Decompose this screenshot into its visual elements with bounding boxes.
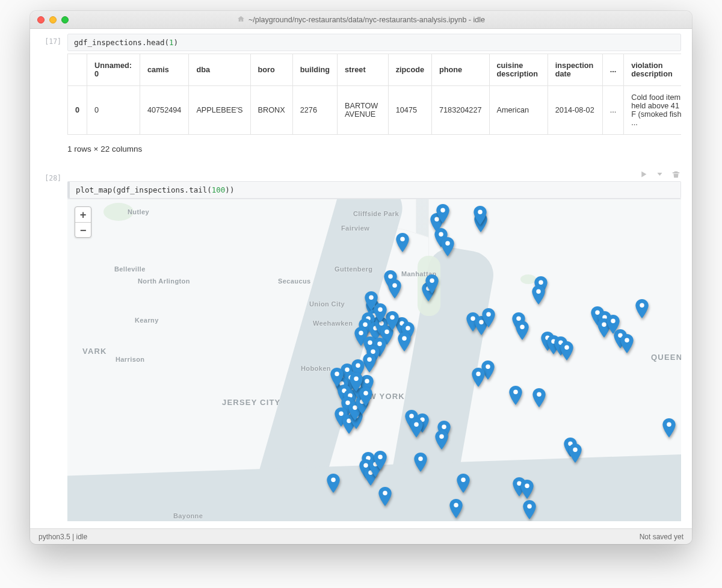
cell-prompt: [28]: [34, 170, 67, 521]
table-cell: 2014-08-02: [548, 86, 602, 135]
table-cell: 40752494: [140, 86, 188, 135]
maximize-window-button[interactable]: [61, 16, 69, 23]
table-header: phone: [431, 54, 489, 86]
code-input[interactable]: plot_map(gdf_inspections.tail(100)): [67, 181, 681, 199]
map-marker-icon[interactable]: [441, 237, 454, 256]
window-title: ~/playground/nyc-restaurants/data/nyc-re…: [248, 16, 485, 24]
table-header: building: [292, 54, 337, 86]
app-window: ~/playground/nyc-restaurants/data/nyc-re…: [30, 11, 692, 544]
map-marker-icon[interactable]: [398, 332, 411, 351]
map-marker-icon[interactable]: [532, 388, 546, 407]
map-marker-icon[interactable]: [482, 308, 495, 327]
code-text: )): [225, 185, 234, 194]
map-zoom-controls: + −: [75, 206, 91, 238]
table-cell: 7183204227: [431, 86, 489, 135]
map-marker-icon[interactable]: [532, 285, 545, 305]
map-marker-icon[interactable]: [327, 474, 340, 493]
trash-icon[interactable]: [672, 170, 680, 180]
map-marker-icon[interactable]: [520, 480, 534, 499]
minimize-window-button[interactable]: [49, 16, 57, 23]
titlebar: ~/playground/nyc-restaurants/data/nyc-re…: [30, 11, 692, 29]
dataframe-footer: 1 rows × 22 columns: [67, 144, 681, 153]
code-text: plot_map(gdf_inspections.tail(: [76, 185, 212, 194]
home-icon: [237, 15, 245, 25]
table-cell: American: [489, 86, 548, 135]
table-header: zipcode: [388, 54, 431, 86]
map-marker-icon[interactable]: [359, 387, 372, 406]
map-marker-icon[interactable]: [474, 206, 487, 225]
table-header: boro: [250, 54, 292, 86]
map-marker-icon[interactable]: [560, 341, 573, 361]
run-cell-icon[interactable]: [640, 170, 647, 180]
table-header: Unnamed: 0: [87, 54, 140, 86]
notebook-content: [17] gdf_inspections.head(1) Unnamed: 0c…: [30, 29, 692, 528]
cell-toolbar: [67, 170, 681, 180]
map-marker-icon[interactable]: [523, 500, 536, 519]
notebook-cell: [28] plot_map(gdf_inspections.tail(100)): [34, 170, 681, 521]
map-marker-icon[interactable]: [435, 430, 448, 450]
map-zoom-out-button[interactable]: −: [75, 222, 91, 237]
map-marker-icon[interactable]: [410, 418, 423, 438]
map-marker-icon[interactable]: [330, 368, 344, 387]
map-marker-icon[interactable]: [363, 353, 376, 373]
code-number: 100: [212, 185, 226, 194]
map-marker-icon[interactable]: [425, 274, 439, 294]
table-cell: BARTOW AVENUE: [338, 86, 389, 135]
close-window-button[interactable]: [37, 16, 45, 23]
code-input[interactable]: gdf_inspections.head(1): [67, 34, 681, 51]
table-cell: ...: [602, 86, 624, 135]
code-text: gdf_inspections.head(: [74, 38, 169, 47]
chevron-down-icon[interactable]: [656, 170, 664, 180]
map-marker-icon[interactable]: [374, 451, 387, 470]
dataframe-table: Unnamed: 0camisdbaborobuildingstreetzipc…: [67, 54, 681, 135]
table-header: inspection date: [548, 54, 602, 86]
kernel-status: python3.5 | idle: [39, 533, 87, 541]
table-row-index: 0: [68, 86, 87, 135]
code-number: 1: [169, 38, 174, 47]
map-marker-icon[interactable]: [662, 418, 676, 438]
map-marker-icon[interactable]: [449, 499, 463, 518]
traffic-lights: [37, 16, 69, 23]
map-marker-icon[interactable]: [635, 299, 649, 318]
map-zoom-in-button[interactable]: +: [75, 207, 91, 222]
dataframe-output: Unnamed: 0camisdbaborobuildingstreetzipc…: [67, 54, 681, 135]
table-header: camis: [140, 54, 188, 86]
map-park: [103, 203, 134, 221]
map-marker-icon[interactable]: [516, 321, 529, 340]
map-marker-icon[interactable]: [414, 453, 427, 472]
table-cell: 0: [87, 86, 140, 135]
map-marker-icon[interactable]: [374, 303, 387, 323]
table-header: violation description: [624, 54, 681, 86]
table-cell: BRONX: [250, 86, 292, 135]
table-cell: 2276: [292, 86, 337, 135]
map-marker-icon[interactable]: [436, 204, 449, 223]
map-marker-icon[interactable]: [386, 311, 399, 330]
table-cell: Cold food item held above 41 F (smoked f…: [624, 86, 681, 135]
table-header: cuisine description: [489, 54, 548, 86]
table-cell: APPLEBEE'S: [189, 86, 250, 135]
table-header: ...: [602, 54, 624, 86]
table-header: dba: [189, 54, 250, 86]
map-marker-icon[interactable]: [569, 444, 582, 463]
map-marker-icon[interactable]: [509, 386, 522, 405]
table-cell: 10475: [388, 86, 431, 135]
table-header: [68, 54, 87, 86]
map-marker-icon[interactable]: [472, 368, 485, 387]
map-marker-icon[interactable]: [396, 233, 409, 252]
save-status: Not saved yet: [640, 533, 683, 541]
map-marker-icon[interactable]: [457, 474, 470, 493]
table-header: street: [338, 54, 389, 86]
cell-prompt: [17]: [34, 34, 67, 170]
map-marker-icon[interactable]: [620, 334, 634, 353]
status-bar: python3.5 | idle Not saved yet: [30, 528, 692, 544]
map-marker-icon[interactable]: [378, 487, 392, 506]
map-marker-icon[interactable]: [388, 279, 401, 299]
code-text: ): [174, 38, 179, 47]
notebook-cell: [17] gdf_inspections.head(1) Unnamed: 0c…: [34, 34, 681, 170]
map-output[interactable]: + − NutleyCliffside ParkFairviewBellevil…: [67, 199, 681, 521]
